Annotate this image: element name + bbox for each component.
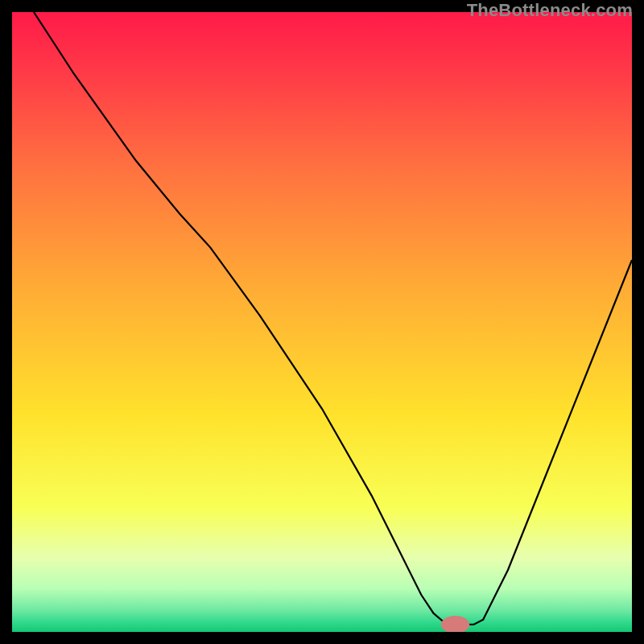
watermark-text: TheBottleneck.com [467, 0, 633, 21]
plot-background [12, 12, 632, 632]
chart-frame: TheBottleneck.com [0, 0, 644, 644]
bottleneck-chart [12, 12, 632, 632]
